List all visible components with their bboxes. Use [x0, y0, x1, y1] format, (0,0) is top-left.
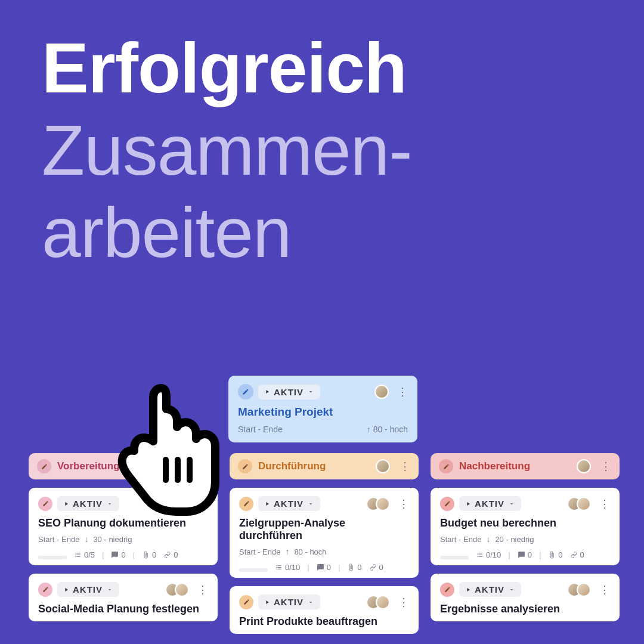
- edit-icon[interactable]: [440, 583, 454, 597]
- avatar[interactable]: [577, 459, 591, 473]
- chevron-down-icon: [307, 388, 314, 395]
- edit-icon[interactable]: [239, 595, 253, 609]
- column-title: Durchführung: [258, 460, 370, 472]
- more-icon[interactable]: ⋮: [398, 499, 409, 509]
- task-card[interactable]: AKTIV⋮Budget neu berechnenStart - Ende↓2…: [431, 488, 620, 565]
- card-title: SEO Planung dokumentieren: [38, 517, 208, 530]
- more-icon[interactable]: ⋮: [599, 584, 610, 595]
- avatar-stack[interactable]: [165, 583, 189, 597]
- date-range: Start - Ende: [239, 547, 280, 556]
- links-count[interactable]: 0: [163, 550, 178, 559]
- status-label: AKTIV: [475, 499, 504, 509]
- play-icon: [264, 599, 270, 605]
- pointer-hand-icon: [104, 379, 224, 516]
- avatar[interactable]: [577, 497, 591, 511]
- status-pill[interactable]: AKTIV: [258, 595, 320, 609]
- edit-icon[interactable]: [239, 497, 253, 511]
- edit-icon[interactable]: [440, 497, 454, 511]
- status-label: AKTIV: [274, 387, 304, 397]
- comments-count[interactable]: 0: [518, 550, 532, 559]
- avatar-stack[interactable]: [366, 497, 390, 511]
- date-range: Start - Ende: [440, 535, 481, 544]
- card-title: Budget neu berechnen: [440, 517, 610, 530]
- chevron-down-icon: [508, 586, 515, 593]
- progress-bar: [239, 568, 268, 572]
- priority: ↑ 80 - hoch: [367, 425, 408, 434]
- status-pill[interactable]: AKTIV: [258, 385, 320, 400]
- comments-count[interactable]: 0: [111, 550, 125, 559]
- edit-icon[interactable]: [238, 384, 253, 400]
- chevron-down-icon: [307, 599, 314, 606]
- status-pill[interactable]: AKTIV: [258, 496, 320, 511]
- status-label: AKTIV: [274, 499, 304, 509]
- card-title: Zielgruppen-Analyse durchführen: [239, 517, 409, 542]
- edit-icon[interactable]: [238, 459, 252, 473]
- priority: 30 - niedrig: [93, 535, 132, 544]
- chevron-down-icon: [508, 500, 515, 507]
- avatar-stack[interactable]: [567, 583, 591, 597]
- headline-line2: Zusammen-: [42, 112, 602, 190]
- status-pill[interactable]: AKTIV: [57, 582, 119, 597]
- status-label: AKTIV: [274, 597, 304, 607]
- more-icon[interactable]: ⋮: [600, 461, 611, 472]
- avatar[interactable]: [376, 459, 390, 473]
- links-count[interactable]: 0: [570, 550, 584, 559]
- chevron-down-icon: [106, 586, 113, 593]
- status-pill[interactable]: AKTIV: [459, 582, 521, 597]
- avatar[interactable]: [376, 595, 390, 609]
- status-label: AKTIV: [475, 584, 504, 595]
- date-range: Start - Ende: [238, 425, 283, 434]
- avatar-stack[interactable]: [567, 497, 591, 511]
- attachments-count[interactable]: 0: [347, 563, 361, 572]
- play-icon: [264, 501, 270, 507]
- checklist-count[interactable]: 0/5: [74, 550, 95, 559]
- play-icon: [63, 587, 69, 593]
- svg-rect-2: [187, 457, 193, 483]
- play-icon: [264, 389, 270, 395]
- edit-icon[interactable]: [38, 583, 52, 597]
- more-icon[interactable]: ⋮: [397, 386, 408, 397]
- progress-bar: [440, 556, 469, 559]
- column-header[interactable]: Durchführung⋮: [230, 453, 419, 479]
- avatar[interactable]: [577, 583, 591, 597]
- more-icon[interactable]: ⋮: [197, 584, 208, 595]
- comments-count[interactable]: 0: [317, 563, 331, 572]
- avatar[interactable]: [374, 385, 389, 399]
- more-icon[interactable]: ⋮: [400, 461, 410, 472]
- status-pill[interactable]: AKTIV: [459, 496, 521, 511]
- checklist-count[interactable]: 0/10: [476, 550, 501, 559]
- project-title[interactable]: Marketing Projekt: [238, 405, 408, 419]
- task-card[interactable]: AKTIV⋮Print Produkte beauftragen: [230, 586, 419, 634]
- play-icon: [63, 501, 69, 507]
- edit-icon[interactable]: [38, 497, 52, 511]
- task-card[interactable]: AKTIV⋮Social-Media Planung festlegen: [29, 574, 218, 621]
- card-title: Ergebnisse analysieren: [440, 603, 610, 615]
- progress-bar: [38, 556, 67, 559]
- edit-icon[interactable]: [439, 459, 453, 473]
- attachments-count[interactable]: 0: [548, 550, 562, 559]
- edit-icon[interactable]: [37, 459, 51, 473]
- project-card[interactable]: AKTIV ⋮ Marketing Projekt Start - Ende ↑…: [228, 376, 417, 442]
- card-title: Print Produkte beauftragen: [239, 615, 409, 628]
- headline-line1: Erfolgreich: [42, 30, 602, 107]
- attachments-count[interactable]: 0: [142, 550, 156, 559]
- priority-arrow-icon: ↓: [486, 534, 490, 544]
- checklist-count[interactable]: 0/10: [275, 563, 300, 572]
- column-header[interactable]: Nachbereitung⋮: [431, 453, 620, 479]
- card-title: Social-Media Planung festlegen: [38, 603, 208, 615]
- priority-arrow-icon: ↓: [84, 534, 88, 544]
- headline-line3: arbeiten: [42, 194, 602, 272]
- avatar-stack[interactable]: [366, 595, 390, 609]
- avatar[interactable]: [175, 583, 189, 597]
- more-icon[interactable]: ⋮: [398, 597, 409, 608]
- avatar[interactable]: [376, 497, 390, 511]
- task-card[interactable]: AKTIV⋮Zielgruppen-Analyse durchführenSta…: [230, 488, 419, 578]
- headline: Erfolgreich Zusammen- arbeiten: [0, 0, 644, 271]
- svg-rect-1: [175, 457, 181, 483]
- more-icon[interactable]: ⋮: [599, 499, 610, 509]
- priority: 80 - hoch: [294, 547, 326, 556]
- date-range: Start - Ende: [38, 535, 79, 544]
- svg-rect-0: [163, 457, 169, 483]
- links-count[interactable]: 0: [369, 563, 383, 572]
- task-card[interactable]: AKTIV⋮Ergebnisse analysieren: [431, 574, 620, 621]
